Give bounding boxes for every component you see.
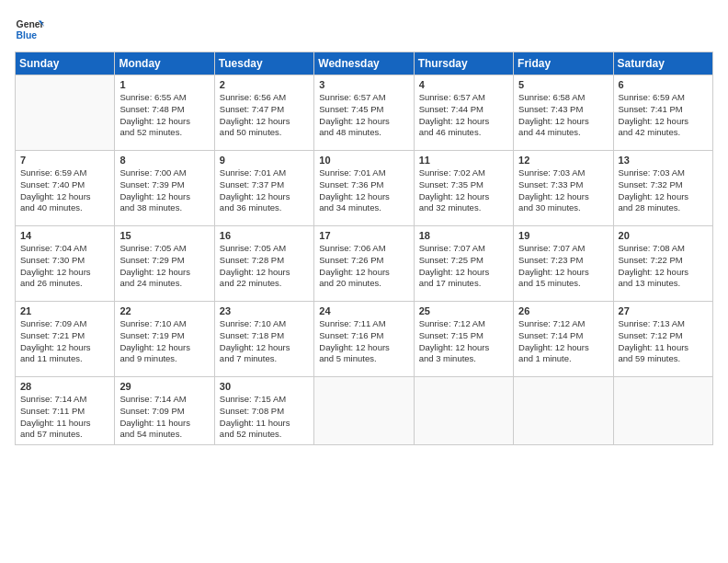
cell-3-2: 15Sunrise: 7:05 AMSunset: 7:29 PMDayligh… [115, 226, 214, 302]
day-number: 22 [119, 305, 209, 316]
cell-info: Sunrise: 7:05 AMSunset: 7:29 PMDaylight:… [119, 243, 209, 290]
cell-2-6: 12Sunrise: 7:03 AMSunset: 7:33 PMDayligh… [514, 151, 613, 226]
cell-info: Sunrise: 7:00 AMSunset: 7:39 PMDaylight:… [119, 167, 209, 214]
cell-4-2: 22Sunrise: 7:10 AMSunset: 7:19 PMDayligh… [115, 302, 214, 377]
day-number: 20 [619, 230, 708, 241]
day-number: 15 [119, 230, 209, 241]
cell-info: Sunrise: 7:05 AMSunset: 7:28 PMDaylight:… [220, 243, 309, 290]
day-number: 18 [419, 230, 508, 241]
day-number: 10 [319, 155, 408, 166]
calendar-table: SundayMondayTuesdayWednesdayThursdayFrid… [15, 52, 713, 445]
cell-2-1: 7Sunrise: 6:59 AMSunset: 7:40 PMDaylight… [16, 151, 115, 226]
cell-5-4 [314, 377, 414, 445]
day-number: 24 [319, 305, 408, 316]
cell-4-3: 23Sunrise: 7:10 AMSunset: 7:18 PMDayligh… [214, 302, 313, 377]
day-number: 4 [419, 79, 508, 90]
cell-info: Sunrise: 6:59 AMSunset: 7:41 PMDaylight:… [619, 92, 708, 139]
cell-info: Sunrise: 6:55 AMSunset: 7:48 PMDaylight:… [119, 92, 209, 139]
cell-info: Sunrise: 7:02 AMSunset: 7:35 PMDaylight:… [419, 167, 508, 214]
week-row-1: 1Sunrise: 6:55 AMSunset: 7:48 PMDaylight… [16, 75, 713, 151]
cell-info: Sunrise: 7:13 AMSunset: 7:12 PMDaylight:… [619, 318, 708, 365]
cell-3-5: 18Sunrise: 7:07 AMSunset: 7:25 PMDayligh… [414, 226, 513, 302]
day-number: 13 [619, 155, 708, 166]
col-header-thursday: Thursday [414, 52, 513, 75]
header-row: SundayMondayTuesdayWednesdayThursdayFrid… [16, 52, 713, 75]
col-header-monday: Monday [115, 52, 214, 75]
cell-4-6: 26Sunrise: 7:12 AMSunset: 7:14 PMDayligh… [514, 302, 613, 377]
cell-info: Sunrise: 7:01 AMSunset: 7:36 PMDaylight:… [319, 167, 408, 214]
logo-icon: General Blue [15, 15, 44, 44]
cell-2-5: 11Sunrise: 7:02 AMSunset: 7:35 PMDayligh… [414, 151, 513, 226]
day-number: 11 [419, 155, 508, 166]
day-number: 7 [20, 155, 109, 166]
day-number: 3 [319, 79, 408, 90]
logo: General Blue [15, 15, 44, 44]
cell-info: Sunrise: 7:10 AMSunset: 7:18 PMDaylight:… [220, 318, 309, 365]
cell-5-6 [514, 377, 613, 445]
cell-info: Sunrise: 6:57 AMSunset: 7:45 PMDaylight:… [319, 92, 408, 139]
col-header-sunday: Sunday [16, 52, 115, 75]
day-number: 1 [119, 79, 209, 90]
day-number: 19 [518, 230, 608, 241]
cell-info: Sunrise: 7:07 AMSunset: 7:25 PMDaylight:… [419, 243, 508, 290]
cell-info: Sunrise: 7:07 AMSunset: 7:23 PMDaylight:… [518, 243, 608, 290]
header: General Blue [15, 15, 713, 44]
week-row-2: 7Sunrise: 6:59 AMSunset: 7:40 PMDaylight… [16, 151, 713, 226]
cell-2-7: 13Sunrise: 7:03 AMSunset: 7:32 PMDayligh… [613, 151, 712, 226]
col-header-friday: Friday [514, 52, 613, 75]
cell-3-4: 17Sunrise: 7:06 AMSunset: 7:26 PMDayligh… [314, 226, 414, 302]
col-header-saturday: Saturday [613, 52, 712, 75]
cell-1-3: 2Sunrise: 6:56 AMSunset: 7:47 PMDaylight… [214, 75, 313, 151]
cell-info: Sunrise: 7:12 AMSunset: 7:14 PMDaylight:… [518, 318, 608, 365]
cell-info: Sunrise: 7:03 AMSunset: 7:33 PMDaylight:… [518, 167, 608, 214]
cell-3-1: 14Sunrise: 7:04 AMSunset: 7:30 PMDayligh… [16, 226, 115, 302]
cell-info: Sunrise: 6:59 AMSunset: 7:40 PMDaylight:… [20, 167, 109, 214]
cell-info: Sunrise: 7:12 AMSunset: 7:15 PMDaylight:… [419, 318, 508, 365]
day-number: 9 [220, 155, 309, 166]
cell-4-7: 27Sunrise: 7:13 AMSunset: 7:12 PMDayligh… [613, 302, 712, 377]
cell-5-1: 28Sunrise: 7:14 AMSunset: 7:11 PMDayligh… [16, 377, 115, 445]
cell-1-2: 1Sunrise: 6:55 AMSunset: 7:48 PMDaylight… [115, 75, 214, 151]
svg-text:Blue: Blue [17, 30, 38, 40]
cell-2-2: 8Sunrise: 7:00 AMSunset: 7:39 PMDaylight… [115, 151, 214, 226]
day-number: 29 [119, 381, 209, 392]
cell-info: Sunrise: 7:10 AMSunset: 7:19 PMDaylight:… [119, 318, 209, 365]
day-number: 6 [619, 79, 708, 90]
cell-1-5: 4Sunrise: 6:57 AMSunset: 7:44 PMDaylight… [414, 75, 513, 151]
day-number: 28 [20, 381, 109, 392]
day-number: 17 [319, 230, 408, 241]
cell-info: Sunrise: 7:03 AMSunset: 7:32 PMDaylight:… [619, 167, 708, 214]
cell-1-1 [16, 75, 115, 151]
cell-info: Sunrise: 7:06 AMSunset: 7:26 PMDaylight:… [319, 243, 408, 290]
day-number: 23 [220, 305, 309, 316]
day-number: 21 [20, 305, 109, 316]
cell-2-4: 10Sunrise: 7:01 AMSunset: 7:36 PMDayligh… [314, 151, 414, 226]
cell-5-5 [414, 377, 513, 445]
day-number: 5 [518, 79, 608, 90]
cell-info: Sunrise: 7:11 AMSunset: 7:16 PMDaylight:… [319, 318, 408, 365]
day-number: 16 [220, 230, 309, 241]
cell-5-7 [613, 377, 712, 445]
cell-4-4: 24Sunrise: 7:11 AMSunset: 7:16 PMDayligh… [314, 302, 414, 377]
cell-4-5: 25Sunrise: 7:12 AMSunset: 7:15 PMDayligh… [414, 302, 513, 377]
day-number: 27 [619, 305, 708, 316]
cell-info: Sunrise: 6:57 AMSunset: 7:44 PMDaylight:… [419, 92, 508, 139]
cell-2-3: 9Sunrise: 7:01 AMSunset: 7:37 PMDaylight… [214, 151, 313, 226]
week-row-5: 28Sunrise: 7:14 AMSunset: 7:11 PMDayligh… [16, 377, 713, 445]
cell-info: Sunrise: 7:04 AMSunset: 7:30 PMDaylight:… [20, 243, 109, 290]
cell-5-3: 30Sunrise: 7:15 AMSunset: 7:08 PMDayligh… [214, 377, 313, 445]
cell-info: Sunrise: 7:01 AMSunset: 7:37 PMDaylight:… [220, 167, 309, 214]
cell-info: Sunrise: 7:14 AMSunset: 7:11 PMDaylight:… [20, 394, 109, 441]
day-number: 14 [20, 230, 109, 241]
cell-1-4: 3Sunrise: 6:57 AMSunset: 7:45 PMDaylight… [314, 75, 414, 151]
col-header-wednesday: Wednesday [314, 52, 414, 75]
cell-3-6: 19Sunrise: 7:07 AMSunset: 7:23 PMDayligh… [514, 226, 613, 302]
cell-info: Sunrise: 6:56 AMSunset: 7:47 PMDaylight:… [220, 92, 309, 139]
cell-info: Sunrise: 7:08 AMSunset: 7:22 PMDaylight:… [619, 243, 708, 290]
cell-5-2: 29Sunrise: 7:14 AMSunset: 7:09 PMDayligh… [115, 377, 214, 445]
day-number: 8 [119, 155, 209, 166]
day-number: 26 [518, 305, 608, 316]
cell-4-1: 21Sunrise: 7:09 AMSunset: 7:21 PMDayligh… [16, 302, 115, 377]
cell-info: Sunrise: 7:09 AMSunset: 7:21 PMDaylight:… [20, 318, 109, 365]
day-number: 30 [220, 381, 309, 392]
